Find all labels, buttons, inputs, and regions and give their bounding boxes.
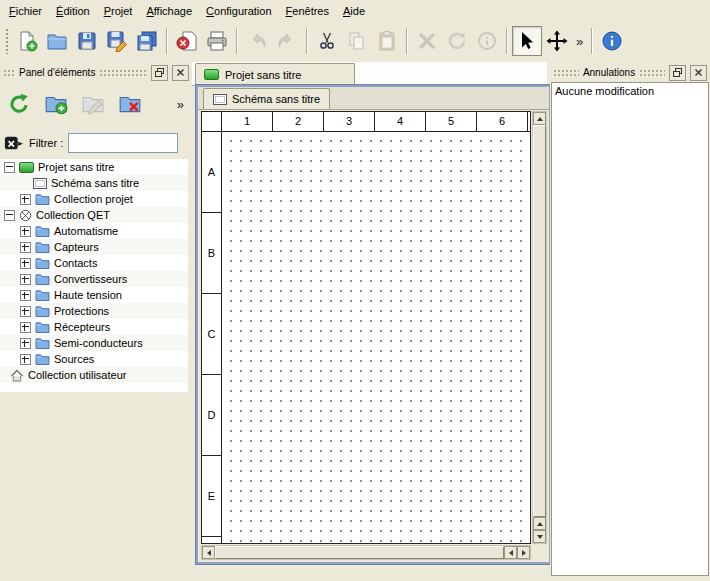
expand-expander-icon[interactable] — [20, 354, 31, 365]
close-panel-button[interactable] — [690, 65, 707, 81]
tree-item-project[interactable]: Projet sans titre — [0, 159, 188, 175]
tree-item-capteurs[interactable]: Capteurs — [0, 239, 188, 255]
copy-button[interactable] — [342, 26, 372, 56]
undo-panel-title: Annulations — [583, 67, 635, 78]
float-panel-button[interactable] — [669, 65, 686, 81]
tree-item-protections[interactable]: Protections — [0, 303, 188, 319]
close-project-button[interactable] — [172, 26, 202, 56]
dock-grip[interactable] — [3, 69, 15, 77]
column-header: 4 — [375, 112, 426, 131]
elements-panel-titlebar[interactable]: Panel d'éléments — [0, 62, 192, 81]
menu-fenetres[interactable]: Fenêtres — [279, 2, 336, 21]
pan-mode-button[interactable] — [542, 26, 572, 56]
delete-element-button[interactable] — [115, 89, 145, 119]
tree-item-label: Sources — [54, 353, 94, 365]
undo-icon — [246, 30, 268, 52]
menu-projet[interactable]: Projet — [97, 2, 140, 21]
expand-expander-icon[interactable] — [20, 306, 31, 317]
tree-item-haute-tension[interactable]: Haute tension — [0, 287, 188, 303]
undo-list-item[interactable]: Aucune modification — [555, 84, 705, 99]
expand-expander-icon[interactable] — [20, 338, 31, 349]
open-project-button[interactable] — [42, 26, 72, 56]
row-header: E — [202, 456, 221, 537]
tree-item-schema[interactable]: Schéma sans titre — [0, 175, 188, 191]
expand-expander-icon[interactable] — [20, 290, 31, 301]
horizontal-scrollbar[interactable] — [201, 545, 531, 560]
rotate-icon — [446, 30, 468, 52]
tree-item-recepteurs[interactable]: Récepteurs — [0, 319, 188, 335]
column-header: 6 — [477, 112, 528, 131]
panel-overflow-chevron[interactable]: » — [173, 97, 188, 112]
scroll-right-button[interactable] — [517, 546, 530, 559]
dock-grip[interactable] — [639, 69, 665, 77]
toolbar-overflow-chevron[interactable]: » — [572, 34, 587, 49]
triangle-right-icon — [522, 550, 526, 556]
float-panel-button[interactable] — [151, 65, 168, 81]
cut-button[interactable] — [312, 26, 342, 56]
tree-item-contacts[interactable]: Contacts — [0, 255, 188, 271]
paste-button[interactable] — [372, 26, 402, 56]
rotate-button[interactable] — [442, 26, 472, 56]
row-ruler: A B C D E — [202, 132, 222, 543]
menu-aide[interactable]: Aide — [336, 2, 372, 21]
tree-item-collection-qet[interactable]: Collection QET — [0, 207, 188, 223]
close-icon — [176, 68, 185, 77]
new-project-button[interactable] — [12, 26, 42, 56]
tree-item-collection-projet[interactable]: Collection projet — [0, 191, 188, 207]
toolbar-grip[interactable] — [5, 28, 9, 54]
save-as-button[interactable] — [102, 26, 132, 56]
dock-grip[interactable] — [553, 69, 579, 77]
expand-expander-icon[interactable] — [20, 226, 31, 237]
float-window-icon — [155, 68, 164, 77]
save-button[interactable] — [72, 26, 102, 56]
tree-item-label: Collection utilisateur — [28, 369, 126, 381]
horizontal-scroll-thumb[interactable] — [215, 546, 504, 559]
scroll-up-button[interactable] — [533, 112, 546, 125]
new-element-button[interactable] — [41, 89, 71, 119]
print-button[interactable] — [202, 26, 232, 56]
expand-expander-icon[interactable] — [20, 194, 31, 205]
redo-button[interactable] — [272, 26, 302, 56]
expand-expander-icon[interactable] — [20, 242, 31, 253]
close-panel-button[interactable] — [172, 65, 189, 81]
dock-grip[interactable] — [99, 69, 147, 77]
filter-input[interactable] — [68, 133, 178, 153]
collapse-expander-icon[interactable] — [4, 162, 15, 173]
edit-element-button[interactable] — [78, 89, 108, 119]
element-info-button[interactable] — [472, 26, 502, 56]
undo-button[interactable] — [242, 26, 272, 56]
vertical-scroll-thumb[interactable] — [533, 125, 546, 517]
menu-configuration[interactable]: Configuration — [199, 2, 278, 21]
tab-projet-sans-titre[interactable]: Projet sans titre — [195, 63, 355, 85]
reload-collections-button[interactable] — [4, 89, 34, 119]
save-icon — [76, 30, 98, 52]
scroll-down-button[interactable] — [533, 530, 546, 543]
save-all-button[interactable] — [132, 26, 162, 56]
expand-expander-icon[interactable] — [20, 322, 31, 333]
about-qet-button[interactable] — [597, 26, 627, 56]
tree-item-convertisseurs[interactable]: Convertisseurs — [0, 271, 188, 287]
expand-expander-icon[interactable] — [20, 258, 31, 269]
reload-icon — [7, 92, 31, 116]
scroll-up-button-2[interactable] — [533, 517, 546, 530]
undo-panel-titlebar[interactable]: Annulations — [550, 62, 710, 81]
scroll-left-button[interactable] — [202, 546, 215, 559]
tree-item-collection-utilisateur[interactable]: Collection utilisateur — [0, 367, 188, 383]
menu-edition[interactable]: Édition — [49, 2, 97, 21]
vertical-scrollbar[interactable] — [532, 111, 547, 544]
delete-button[interactable] — [412, 26, 442, 56]
scroll-left-button-2[interactable] — [504, 546, 517, 559]
tree-item-sources[interactable]: Sources — [0, 351, 188, 367]
tree-item-automatisme[interactable]: Automatisme — [0, 223, 188, 239]
tree-item-semi-conducteurs[interactable]: Semi-conducteurs — [0, 335, 188, 351]
expand-expander-icon[interactable] — [20, 274, 31, 285]
menu-affichage[interactable]: Affichage — [139, 2, 199, 21]
close-file-icon — [176, 30, 198, 52]
tab-schema-sans-titre[interactable]: Schéma sans titre — [203, 88, 330, 109]
collapse-expander-icon[interactable] — [4, 210, 15, 221]
clear-filter-icon[interactable] — [4, 133, 24, 153]
selection-mode-button[interactable] — [512, 26, 542, 56]
tree-item-label: Convertisseurs — [54, 273, 127, 285]
menu-fichier[interactable]: Fichier — [2, 2, 49, 21]
schema-canvas[interactable] — [222, 132, 530, 543]
